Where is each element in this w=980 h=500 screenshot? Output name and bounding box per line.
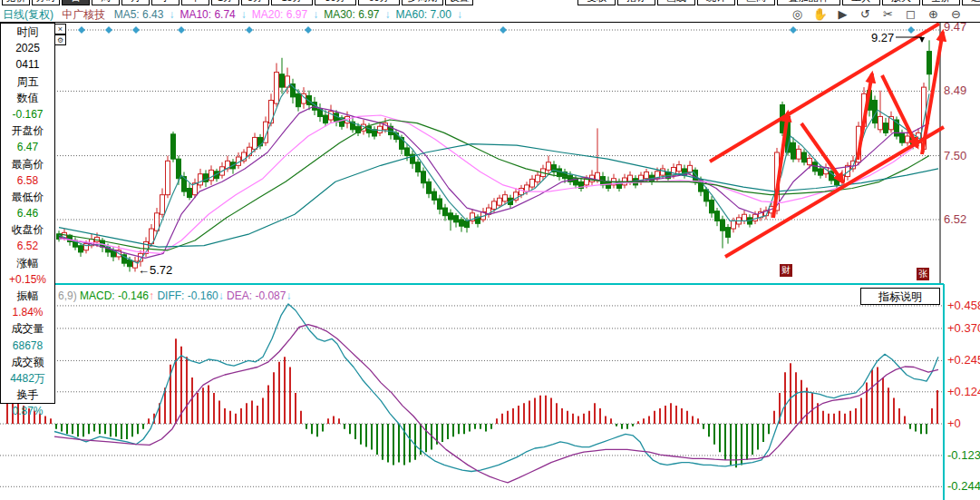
macd-params: 6,9) (58, 289, 77, 302)
quote-field: 时间 (1, 24, 54, 40)
macd-histogram (7, 338, 937, 467)
crosshair-icon[interactable]: ◎ (786, 7, 809, 21)
macd-axis-label: -0.123 (947, 448, 980, 462)
hand-pan-icon[interactable]: ✋ (809, 7, 831, 21)
quote-field: 最低价 (1, 189, 54, 205)
toolbar-tab-日[interactable]: 日 (62, 0, 90, 5)
zoom-in-icon[interactable]: ⊕ (922, 7, 945, 21)
quote-field: 0.87% (1, 403, 54, 419)
chart-canvas[interactable]: 9.478.497.506.52+0.458+0.370+0.245+0.124… (0, 0, 980, 500)
quote-field: 成交量 (1, 320, 54, 337)
quote-field: 1.84% (1, 304, 54, 320)
price-axis-label: 7.50 (944, 149, 966, 162)
quote-field: 开盘价 (1, 123, 54, 139)
quote-field: 振幅 (1, 288, 54, 304)
close-icon[interactable]: × (54, 24, 66, 34)
macd-axis-label: +0.124 (947, 385, 980, 398)
quote-field: 4482万 (1, 370, 54, 387)
scissors-icon[interactable]: ✂ (877, 7, 899, 21)
ma-legend-item: MA10: 6.74 (180, 8, 235, 21)
ma-legend-item: MA60: 7.00 (396, 8, 451, 21)
quote-info-panel: 时间20250411周五数值-0.167开盘价6.47最高价6.58最低价6.4… (0, 23, 55, 404)
gear-icon[interactable]: ⚙ (54, 34, 66, 45)
toolbar-tab-月[interactable]: 月 (121, 0, 150, 5)
toolbar-tab-季[interactable]: 季 (151, 0, 180, 5)
trend-arrow[interactable] (858, 74, 872, 160)
quote-field: 6.52 (1, 238, 54, 254)
toolbar-tab-退出[interactable]: 退出 (962, 0, 980, 5)
low-price-marker: ←5.72 (138, 263, 172, 277)
toolbar-tab-1分[interactable]: 1分 (211, 0, 239, 5)
macd-axis-label: +0.370 (947, 321, 980, 335)
trend-channel-line[interactable] (725, 127, 944, 257)
macd-axis-label: +0.245 (947, 353, 980, 367)
stock-app-window: { "toolbar": { "left_tabs": ["竞价","分时","… (0, 0, 980, 500)
price-axis-label: 8.49 (944, 83, 966, 97)
quote-field: 6.58 (1, 172, 54, 189)
toolbar-tab-60分[interactable]: 60分 (358, 0, 400, 5)
quote-field: +0.15% (1, 271, 54, 288)
frame-icon[interactable]: ◻ (899, 7, 922, 21)
toolbar-tab-5分[interactable]: 5分 (241, 0, 269, 5)
toolbar-tab-周[interactable]: 周 (92, 0, 120, 5)
period-label: 日线(复权) (3, 8, 53, 21)
quote-field: 涨幅 (1, 255, 54, 271)
dea-down-arrow-icon: ↓ (286, 289, 291, 302)
toolbar-tab-画线[interactable]: 画线 (657, 0, 695, 5)
high-price-marker: 9.27 (871, 31, 894, 44)
quote-field: 最高价 (1, 156, 54, 172)
toolbar-tab-年[interactable]: 年 (181, 0, 209, 5)
toolbar-tab-指标[interactable]: 指标 (617, 0, 655, 5)
ma-down-arrow-icon: ↓ (457, 8, 462, 21)
toolbar-tab-设置[interactable]: 设置 (445, 0, 473, 5)
quote-field: 周五 (1, 74, 54, 90)
diff-value: DIFF: -0.160 (154, 289, 218, 302)
macd-axis-label: +0.458 (947, 299, 980, 312)
stock-name: 中广核技 (62, 8, 105, 21)
ma-legend-item: MA5: 6.43 (114, 8, 164, 21)
ma-down-arrow-icon: ↓ (385, 8, 391, 21)
toolbar-tab-全屏[interactable]: 全屏 (922, 0, 960, 5)
ma-down-arrow-icon: ↓ (169, 8, 174, 21)
undo-icon[interactable]: ↺ (854, 7, 877, 21)
top-toolbar: 竞价分时日周月季年1分5分15分30分60分多周期设置复权指标画线统计区间叠加品… (0, 0, 980, 7)
toolbar-tab-30分[interactable]: 30分 (315, 0, 356, 5)
quote-field: 换手 (1, 387, 54, 403)
macd-indicator-header: 6,9) MACD: -0.146↑ DIFF: -0.160↓ DEA: -0… (58, 289, 291, 302)
indicator-help-button[interactable]: 指标说明 (860, 288, 940, 305)
chart-tool-icons: ◎✋▶↺✂◻⊕⊖ (786, 7, 967, 22)
macd-axis-label: +0 (947, 417, 961, 430)
price-gridlines (0, 30, 940, 220)
quote-field: 6.46 (1, 205, 54, 221)
news-seal-zhang[interactable]: 张 (917, 268, 929, 280)
zoom-out-icon[interactable]: ⊖ (945, 7, 967, 21)
quote-field: 数值 (1, 90, 54, 106)
play-icon[interactable]: ▶ (831, 7, 854, 21)
ma-down-arrow-icon: ↓ (241, 8, 247, 21)
news-seal-cai[interactable]: 财 (780, 264, 792, 277)
toolbar-tab-复权[interactable]: 复权 (577, 0, 616, 5)
ma-down-arrow-icon: ↓ (313, 8, 318, 21)
ma-legend-item: MA30: 6.97 (324, 8, 379, 21)
quote-field: 68678 (1, 338, 54, 354)
quote-field: 6.47 (1, 139, 54, 155)
toolbar-tab-放大[interactable]: 放大 (882, 0, 920, 5)
quote-field: 收盘价 (1, 221, 54, 238)
price-axis-label: 6.52 (944, 212, 966, 226)
dea-value: DEA: -0.087 (224, 289, 286, 302)
toolbar-tab-叠加品种[interactable]: 叠加品种 (777, 0, 840, 5)
ma-line-MA5 (59, 84, 929, 264)
chart-legend-bar: 日线(复权) 中广核技 MA5: 6.43↓MA10: 6.74↓MA20: 6… (0, 7, 980, 23)
macd-value: MACD: -0.146 (77, 289, 149, 302)
ma-legend: MA5: 6.43↓MA10: 6.74↓MA20: 6.97↓MA30: 6.… (114, 8, 468, 21)
toolbar-tab-分时[interactable]: 分时 (32, 0, 60, 5)
toolbar-tab-多周期[interactable]: 多周期 (402, 0, 443, 5)
toolbar-tab-统计[interactable]: 统计 (697, 0, 735, 5)
toolbar-tab-竞价[interactable]: 竞价 (2, 0, 30, 5)
quote-field: 2025 (1, 40, 54, 56)
quote-field: -0.167 (1, 106, 54, 123)
toolbar-tab-工具[interactable]: 工具 (842, 0, 880, 5)
ma-legend-item: MA20: 6.97 (252, 8, 307, 21)
toolbar-tab-15分[interactable]: 15分 (271, 0, 313, 5)
toolbar-tab-区间[interactable]: 区间 (737, 0, 775, 5)
